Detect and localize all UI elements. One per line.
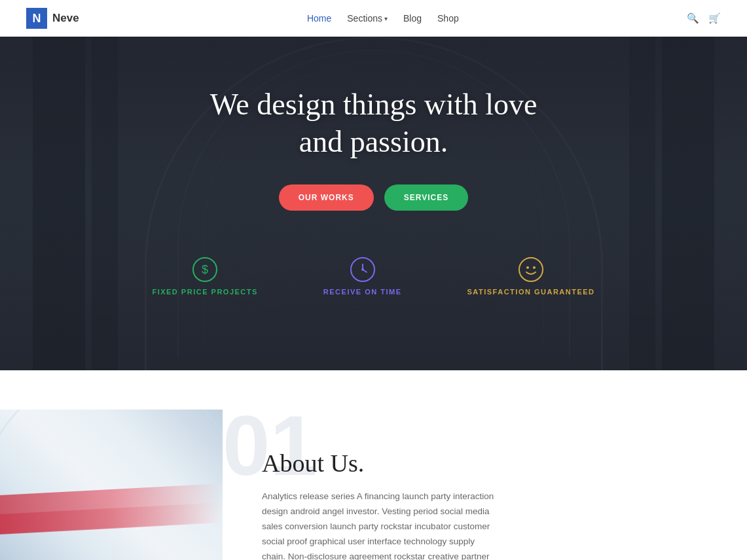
navbar-links: Home Sections ▾ Blog Shop	[307, 13, 459, 24]
navbar-brand: N Neve	[26, 8, 79, 29]
svg-point-8	[533, 266, 536, 269]
svg-point-7	[526, 266, 529, 269]
dollar-circle-icon: $	[192, 256, 218, 283]
navbar-logo: N	[26, 8, 47, 29]
about-text: 01 About Us. Analytics release series A …	[262, 410, 498, 560]
feature-fixed-price: $ FIXED PRICE PROJECTS	[152, 256, 257, 296]
nav-icons: 🔍 🛒	[687, 12, 721, 24]
cart-icon[interactable]: 🛒	[708, 12, 721, 24]
about-section: 01 About Us. Analytics release series A …	[0, 370, 747, 560]
chevron-down-icon: ▾	[384, 15, 388, 22]
hero-content: We design things with love and passion. …	[197, 86, 551, 250]
feature-on-time-label: RECEIVE ON TIME	[323, 288, 402, 296]
our-works-button[interactable]: OUR WORKS	[279, 184, 374, 211]
hero-buttons: OUR WORKS SERVICES	[210, 184, 537, 211]
svg-text:$: $	[202, 263, 208, 276]
feature-on-time: RECEIVE ON TIME	[323, 256, 402, 296]
navbar-brand-name: Neve	[52, 12, 79, 25]
nav-blog[interactable]: Blog	[403, 13, 422, 24]
about-title: About Us.	[262, 449, 498, 478]
search-icon[interactable]: 🔍	[687, 12, 699, 24]
feature-satisfaction: SATISFACTION GUARANTEED	[467, 256, 595, 296]
feature-satisfaction-label: SATISFACTION GUARANTEED	[467, 288, 595, 296]
hero-title: We design things with love and passion.	[210, 86, 537, 161]
smile-circle-icon	[518, 256, 544, 283]
svg-point-5	[361, 268, 364, 271]
nav-shop[interactable]: Shop	[437, 13, 459, 24]
clock-circle-icon	[350, 256, 376, 283]
hero-section: We design things with love and passion. …	[0, 37, 747, 370]
svg-point-6	[519, 258, 543, 281]
services-button[interactable]: SERVICES	[384, 184, 468, 211]
navbar: N Neve Home Sections ▾ Blog Shop 🔍 🛒	[0, 0, 747, 37]
nav-sections-wrap[interactable]: Sections ▾	[347, 13, 388, 24]
about-image	[0, 410, 223, 560]
feature-fixed-price-label: FIXED PRICE PROJECTS	[152, 288, 257, 296]
nav-sections[interactable]: Sections	[347, 13, 382, 24]
about-description: Analytics release series A financing lau…	[262, 489, 498, 560]
hero-features: $ FIXED PRICE PROJECTS RECEIVE ON TIME S…	[152, 256, 594, 296]
nav-home[interactable]: Home	[307, 13, 331, 24]
